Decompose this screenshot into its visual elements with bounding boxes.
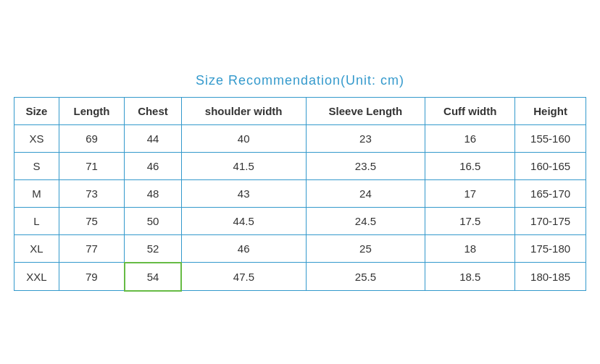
column-header: shoulder width (181, 97, 306, 124)
column-header: Length (59, 97, 124, 124)
table-cell: 24 (306, 179, 425, 207)
table-row: XS6944402316155-160 (14, 124, 586, 152)
table-cell: 170-175 (515, 207, 586, 234)
table-row: S714641.523.516.5160-165 (14, 152, 586, 179)
size-chart-container: Size Recommendation(Unit: cm) SizeLength… (7, 66, 593, 299)
table-cell: 23.5 (306, 152, 425, 179)
table-cell: 16 (425, 124, 515, 152)
table-cell: 77 (59, 234, 124, 263)
table-cell: S (14, 152, 59, 179)
table-row: XXL795447.525.518.5180-185 (14, 263, 586, 291)
table-cell: 25 (306, 234, 425, 263)
table-cell: 155-160 (515, 124, 586, 152)
table-cell: 73 (59, 179, 124, 207)
table-cell: 180-185 (515, 263, 586, 291)
size-table: SizeLengthChestshoulder widthSleeve Leng… (14, 97, 586, 292)
table-cell: 44 (125, 124, 182, 152)
table-row: L755044.524.517.5170-175 (14, 207, 586, 234)
table-cell: M (14, 179, 59, 207)
table-cell: 43 (181, 179, 306, 207)
table-cell: 46 (125, 152, 182, 179)
table-cell: 175-180 (515, 234, 586, 263)
table-cell: 160-165 (515, 152, 586, 179)
table-row: M7348432417165-170 (14, 179, 586, 207)
table-cell: 75 (59, 207, 124, 234)
table-cell: 48 (125, 179, 182, 207)
table-cell: XXL (14, 263, 59, 291)
table-cell: 25.5 (306, 263, 425, 291)
column-header: Height (515, 97, 586, 124)
table-header-row: SizeLengthChestshoulder widthSleeve Leng… (14, 97, 586, 124)
table-cell: XS (14, 124, 59, 152)
chart-title: Size Recommendation(Unit: cm) (14, 73, 586, 88)
table-cell: 44.5 (181, 207, 306, 234)
table-body: XS6944402316155-160S714641.523.516.5160-… (14, 124, 586, 291)
table-cell: 47.5 (181, 263, 306, 291)
table-cell: 54 (125, 263, 182, 291)
table-row: XL7752462518175-180 (14, 234, 586, 263)
table-cell: L (14, 207, 59, 234)
table-cell: 18 (425, 234, 515, 263)
table-cell: 165-170 (515, 179, 586, 207)
table-cell: 46 (181, 234, 306, 263)
table-cell: 41.5 (181, 152, 306, 179)
table-cell: 23 (306, 124, 425, 152)
table-cell: 40 (181, 124, 306, 152)
table-cell: 52 (125, 234, 182, 263)
table-cell: XL (14, 234, 59, 263)
table-cell: 50 (125, 207, 182, 234)
table-cell: 18.5 (425, 263, 515, 291)
table-cell: 79 (59, 263, 124, 291)
column-header: Size (14, 97, 59, 124)
table-cell: 24.5 (306, 207, 425, 234)
table-cell: 16.5 (425, 152, 515, 179)
table-cell: 17 (425, 179, 515, 207)
table-cell: 71 (59, 152, 124, 179)
table-cell: 69 (59, 124, 124, 152)
column-header: Chest (125, 97, 182, 124)
column-header: Sleeve Length (306, 97, 425, 124)
column-header: Cuff width (425, 97, 515, 124)
table-cell: 17.5 (425, 207, 515, 234)
